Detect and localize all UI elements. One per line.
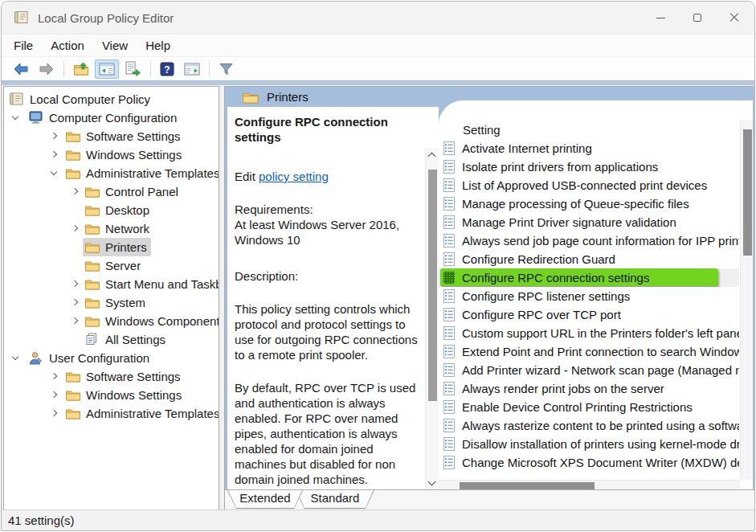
tree-node[interactable]: Administrative Templates — [63, 404, 219, 423]
tab-extended[interactable]: Extended — [227, 490, 303, 509]
tree-node[interactable]: Desktop — [83, 201, 153, 219]
setting-item-label: Always render print jobs on the server — [462, 382, 664, 395]
show-console-tree-button[interactable] — [95, 59, 119, 79]
list-vertical-scrollbar[interactable] — [740, 120, 753, 480]
tree-node[interactable]: Computer Configuration — [27, 108, 181, 127]
scroll-up-icon[interactable] — [428, 153, 436, 161]
tree-item-windows-settings[interactable]: Windows Settings — [4, 386, 219, 404]
up-one-level-button[interactable] — [69, 59, 93, 79]
menu-view[interactable]: View — [93, 36, 137, 55]
tree-node[interactable]: System — [83, 293, 149, 312]
tree-item-administrative-templates[interactable]: Administrative Templates — [4, 164, 219, 182]
tree-item-label: Computer Configuration — [49, 111, 177, 125]
menu-file[interactable]: File — [5, 36, 42, 55]
tree-item-start-menu-and-taskbar[interactable]: Start Menu and Taskbar — [4, 275, 219, 293]
folder-icon — [84, 277, 101, 291]
tree-item-network[interactable]: Network — [4, 219, 219, 238]
tree-node[interactable]: Start Menu and Taskbar — [83, 275, 219, 293]
back-button[interactable] — [9, 59, 33, 79]
setting-item-enable-device-control-printing-restrictions[interactable]: Enable Device Control Printing Restricti… — [439, 398, 739, 416]
maximize-button[interactable] — [679, 2, 716, 34]
tree-item-desktop[interactable]: Desktop — [4, 201, 219, 219]
tree-item-windows-components[interactable]: Windows Components — [4, 312, 219, 330]
setting-item-extend-point-and-print-connection-to-search-windows-update[interactable]: Extend Point and Print connection to sea… — [439, 342, 739, 361]
chevron-down-icon[interactable] — [12, 354, 18, 360]
tree-item-computer-configuration[interactable]: Computer Configuration — [4, 108, 219, 127]
setting-item-configure-redirection-guard[interactable]: Configure Redirection Guard — [439, 250, 739, 268]
description-scrollbar[interactable] — [425, 149, 439, 489]
tree-node[interactable]: Printers — [83, 238, 151, 256]
setting-item-configure-rpc-connection-settings[interactable]: Configure RPC connection settings — [439, 268, 739, 287]
tree-item-user-configuration[interactable]: User Configuration — [4, 349, 219, 367]
tree-item-server[interactable]: Server — [4, 256, 219, 275]
setting-item-configure-rpc-listener-settings[interactable]: Configure RPC listener settings — [439, 287, 739, 305]
forward-button[interactable] — [35, 59, 59, 79]
tree-node[interactable]: User Configuration — [27, 349, 153, 367]
chevron-right-icon[interactable] — [51, 373, 57, 379]
tree-node[interactable]: Server — [83, 256, 145, 275]
tree-node[interactable]: Administrative Templates — [63, 164, 219, 182]
menu-help[interactable]: Help — [137, 36, 179, 55]
chevron-right-icon[interactable] — [72, 299, 78, 305]
export-list-button[interactable] — [121, 59, 145, 79]
tree-node[interactable]: All Settings — [83, 330, 170, 349]
setting-item-disallow-installation-of-printers-using-kernel-mode-drivers[interactable]: Disallow installation of printers using … — [439, 435, 739, 453]
chevron-right-icon[interactable] — [51, 151, 57, 158]
column-header-setting[interactable]: Setting — [439, 121, 753, 139]
show-console-tree-icon — [99, 62, 115, 76]
tree-node[interactable]: Windows Settings — [63, 145, 186, 164]
setting-item-list-of-approved-usb-connected-print-devices[interactable]: List of Approved USB-connected print dev… — [439, 176, 739, 194]
chevron-right-icon[interactable] — [72, 280, 78, 287]
setting-item-always-render-print-jobs-on-the-server[interactable]: Always render print jobs on the server — [439, 379, 739, 398]
tree-node[interactable]: Local Computer Policy — [7, 90, 154, 108]
minimize-button[interactable] — [642, 2, 679, 34]
tree-node[interactable]: Software Settings — [63, 127, 185, 145]
chevron-right-icon[interactable] — [72, 225, 78, 231]
computer-icon — [28, 111, 45, 125]
tree-item-windows-settings[interactable]: Windows Settings — [4, 145, 219, 164]
filter-button[interactable] — [215, 59, 238, 79]
tree-node[interactable]: Windows Components — [83, 312, 219, 330]
setting-item-add-printer-wizard-network-scan-page-managed-network[interactable]: Add Printer wizard - Network scan page (… — [439, 361, 739, 379]
close-button[interactable] — [716, 2, 753, 34]
setting-item-isolate-print-drivers-from-applications[interactable]: Isolate print drivers from applications — [439, 158, 739, 176]
setting-item-always-send-job-page-count-information-for-ipp-printers[interactable]: Always send job page count information f… — [439, 231, 739, 250]
tree-item-local-computer-policy[interactable]: Local Computer Policy — [4, 90, 219, 108]
tree-item-all-settings[interactable]: All Settings — [4, 330, 219, 349]
tree-node[interactable]: Windows Settings — [63, 386, 186, 404]
chevron-down-icon[interactable] — [12, 113, 18, 120]
help-button[interactable]: ? — [156, 59, 178, 79]
tree-item-printers[interactable]: Printers — [4, 238, 219, 256]
setting-item-configure-rpc-over-tcp-port[interactable]: Configure RPC over TCP port — [439, 305, 739, 324]
tree-node[interactable]: Software Settings — [63, 367, 185, 386]
chevron-right-icon[interactable] — [51, 133, 57, 139]
tree-item-software-settings[interactable]: Software Settings — [4, 367, 219, 386]
tree-item-software-settings[interactable]: Software Settings — [4, 127, 219, 145]
scrollbar-thumb[interactable] — [428, 170, 437, 401]
requirements-text: At least Windows Server 2016, Windows 10 — [235, 217, 419, 248]
tree-item-administrative-templates[interactable]: Administrative Templates — [4, 404, 219, 423]
setting-item-manage-processing-of-queue-specific-files[interactable]: Manage processing of Queue-specific file… — [439, 194, 739, 213]
menu-action[interactable]: Action — [42, 36, 93, 55]
chevron-down-icon[interactable] — [51, 169, 57, 175]
window-title: Local Group Policy Editor — [38, 11, 174, 25]
tree-item-control-panel[interactable]: Control Panel — [4, 182, 219, 201]
scrollbar-thumb[interactable] — [743, 129, 752, 256]
setting-item-always-rasterize-content-to-be-printed-using-a-software-rasterizer[interactable]: Always rasterize content to be printed u… — [439, 416, 739, 435]
tree-node[interactable]: Network — [83, 219, 153, 238]
setting-item-manage-print-driver-signature-validation[interactable]: Manage Print Driver signature validation — [439, 213, 739, 231]
status-bar: 41 setting(s) — [2, 509, 754, 530]
chevron-right-icon[interactable] — [51, 410, 57, 416]
setting-item-change-microsoft-xps-document-writer-mxdw-default-output-format[interactable]: Change Microsoft XPS Document Writer (MX… — [439, 453, 739, 472]
show-action-pane-button[interactable] — [180, 59, 204, 79]
chevron-right-icon[interactable] — [72, 317, 78, 324]
setting-item-custom-support-url-in-the-printers-folder-s-left-pane[interactable]: Custom support URL in the Printers folde… — [439, 324, 739, 342]
policy-setting-link[interactable]: policy setting — [259, 170, 329, 183]
scroll-down-icon[interactable] — [428, 478, 436, 486]
chevron-right-icon[interactable] — [51, 391, 57, 398]
setting-item-activate-internet-printing[interactable]: Activate Internet printing — [439, 139, 739, 158]
tab-standard[interactable]: Standard — [296, 490, 374, 509]
tree-node[interactable]: Control Panel — [83, 182, 182, 201]
chevron-right-icon[interactable] — [72, 188, 78, 194]
tree-item-system[interactable]: System — [4, 293, 219, 312]
